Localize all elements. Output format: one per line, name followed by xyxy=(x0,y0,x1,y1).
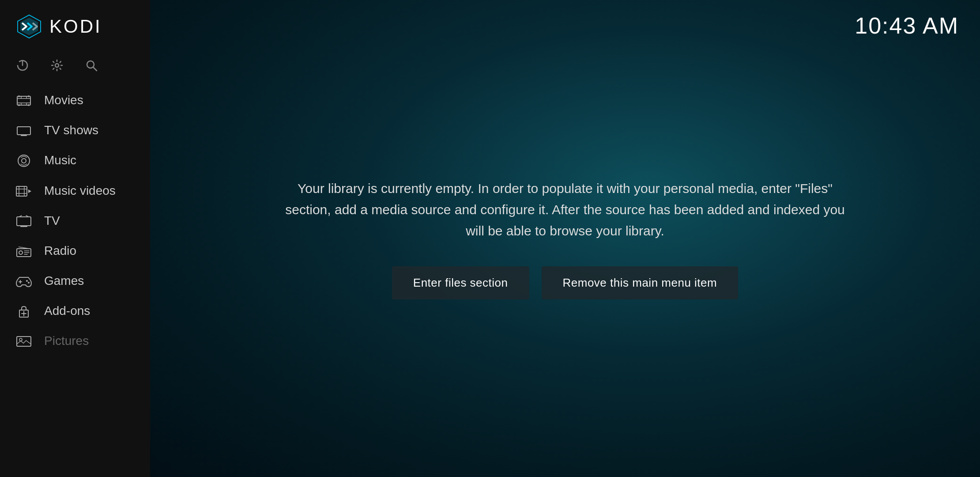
svg-rect-46 xyxy=(17,337,31,346)
movies-icon xyxy=(16,93,32,107)
svg-point-21 xyxy=(18,155,30,167)
app-header: KODI xyxy=(0,0,150,53)
enter-files-section-button[interactable]: Enter files section xyxy=(392,266,529,299)
music-icon xyxy=(16,153,32,168)
power-icon[interactable] xyxy=(16,57,29,72)
toolbar xyxy=(0,53,150,85)
svg-point-22 xyxy=(22,159,26,163)
tv-icon xyxy=(16,214,32,227)
svg-point-8 xyxy=(18,95,20,97)
action-buttons-container: Enter files section Remove this main men… xyxy=(392,266,738,299)
svg-rect-28 xyxy=(17,217,31,226)
nav-label-movies: Movies xyxy=(44,93,83,107)
library-empty-message: Your library is currently empty. In orde… xyxy=(278,178,852,242)
nav-item-pictures[interactable]: Pictures xyxy=(0,326,150,356)
svg-line-6 xyxy=(93,67,97,71)
add-ons-icon xyxy=(16,304,32,318)
main-content: 10:43 AM Your library is currently empty… xyxy=(150,0,980,477)
nav-label-music-videos: Music videos xyxy=(44,184,116,198)
library-empty-state: Your library is currently empty. In orde… xyxy=(150,0,980,477)
svg-point-42 xyxy=(28,282,30,284)
app-title: KODI xyxy=(49,16,102,37)
nav-label-tv-shows: TV shows xyxy=(44,123,98,137)
music-videos-icon xyxy=(16,184,32,197)
svg-rect-23 xyxy=(16,186,27,196)
nav-item-radio[interactable]: Radio xyxy=(0,236,150,266)
svg-point-10 xyxy=(28,95,30,97)
svg-point-4 xyxy=(55,64,59,67)
svg-rect-18 xyxy=(17,127,30,135)
sidebar: KODI xyxy=(0,0,150,477)
svg-point-9 xyxy=(18,104,20,106)
nav-label-pictures: Pictures xyxy=(44,334,89,348)
remove-menu-item-button[interactable]: Remove this main menu item xyxy=(542,266,739,299)
nav-item-games[interactable]: Games xyxy=(0,266,150,296)
svg-point-41 xyxy=(26,280,28,282)
kodi-logo-icon xyxy=(16,13,42,40)
svg-point-11 xyxy=(28,104,30,106)
nav-label-add-ons: Add-ons xyxy=(44,304,90,318)
tv-shows-icon xyxy=(16,123,32,137)
search-icon[interactable] xyxy=(85,57,98,72)
pictures-icon xyxy=(16,334,32,348)
svg-rect-7 xyxy=(17,96,30,105)
nav-label-games: Games xyxy=(44,274,84,288)
radio-icon xyxy=(16,244,32,257)
nav-item-add-ons[interactable]: Add-ons xyxy=(0,296,150,326)
svg-marker-1 xyxy=(20,18,38,35)
nav-label-tv: TV xyxy=(44,214,60,228)
settings-icon[interactable] xyxy=(50,57,64,72)
nav-label-radio: Radio xyxy=(44,244,76,258)
nav-item-tv[interactable]: TV xyxy=(0,206,150,236)
main-nav: Movies TV shows M xyxy=(0,85,150,477)
nav-item-tv-shows[interactable]: TV shows xyxy=(0,115,150,145)
nav-item-music-videos[interactable]: Music videos xyxy=(0,176,150,206)
nav-item-music[interactable]: Music xyxy=(0,145,150,176)
nav-label-music: Music xyxy=(44,153,76,167)
games-icon xyxy=(16,274,32,288)
clock-display: 10:43 AM xyxy=(855,12,959,39)
nav-item-movies[interactable]: Movies xyxy=(0,85,150,115)
svg-point-35 xyxy=(19,251,23,254)
